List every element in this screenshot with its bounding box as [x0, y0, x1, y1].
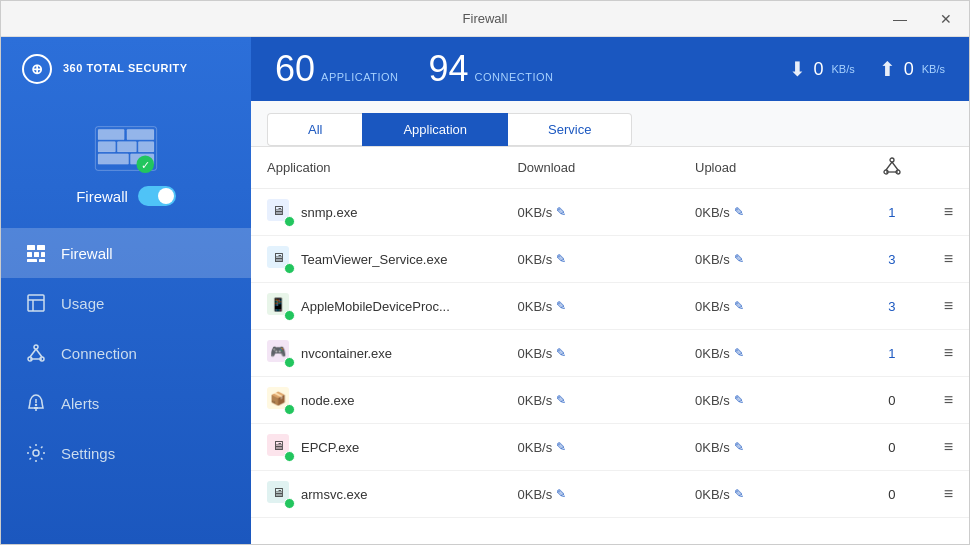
row-menu-icon-6[interactable]: ≡ — [944, 485, 953, 502]
upload-edit-icon-4[interactable]: ✎ — [734, 393, 744, 407]
table-row: 📱 AppleMobileDeviceProc... 0KB/s ✎ 0KB/s… — [251, 283, 969, 330]
svg-line-37 — [892, 162, 898, 170]
table-row: 📦 node.exe 0KB/s ✎ 0KB/s ✎ 0 ≡ — [251, 377, 969, 424]
col-header-upload: Upload — [679, 147, 856, 189]
firewall-toggle-row: Firewall — [76, 186, 176, 206]
firewall-shield-icon: ✓ — [91, 121, 161, 176]
menu-cell-0: ≡ — [928, 189, 969, 236]
tab-application[interactable]: Application — [362, 113, 508, 146]
sidebar-item-connection[interactable]: Connection — [1, 328, 251, 378]
svg-rect-4 — [127, 129, 154, 140]
connections-cell-6: 0 — [856, 471, 927, 518]
upload-cell-3: 0KB/s ✎ — [679, 330, 856, 377]
svg-rect-12 — [27, 245, 35, 250]
logo-text: 360 TOTAL SECURITY — [63, 62, 188, 75]
sidebar-item-firewall[interactable]: Firewall — [1, 228, 251, 278]
alerts-nav-icon — [25, 392, 47, 414]
tabs-row: All Application Service — [251, 101, 969, 147]
download-speed-value: 0 — [814, 59, 824, 80]
download-cell-1: 0KB/s ✎ — [501, 236, 679, 283]
title-bar-title: Firewall — [463, 11, 508, 26]
sidebar-item-alerts[interactable]: Alerts — [1, 378, 251, 428]
svg-line-25 — [30, 349, 36, 357]
svg-point-31 — [36, 405, 37, 406]
svg-point-32 — [33, 450, 39, 456]
close-button[interactable]: ✕ — [923, 1, 969, 37]
app-cell-1: 🖥 TeamViewer_Service.exe — [251, 236, 501, 283]
connections-cell-1: 3 — [856, 236, 927, 283]
download-cell-4: 0KB/s ✎ — [501, 377, 679, 424]
usage-nav-icon — [25, 292, 47, 314]
speed-stats: ⬇ 0 KB/s ⬆ 0 KB/s — [789, 57, 946, 81]
upload-speed-unit: KB/s — [922, 63, 945, 75]
tab-all[interactable]: All — [267, 113, 362, 146]
connection-nav-icon — [25, 342, 47, 364]
svg-rect-16 — [41, 252, 45, 257]
app-cell-3: 🎮 nvcontainer.exe — [251, 330, 501, 377]
menu-cell-1: ≡ — [928, 236, 969, 283]
app-cell-6: 🖥 armsvc.exe — [251, 471, 501, 518]
sidebar-item-usage[interactable]: Usage — [1, 278, 251, 328]
download-edit-icon-4[interactable]: ✎ — [556, 393, 566, 407]
sidebar: ⊕ 360 TOTAL SECURITY — [1, 37, 251, 544]
table-row: 🖥 EPCP.exe 0KB/s ✎ 0KB/s ✎ 0 ≡ — [251, 424, 969, 471]
table-row: 🖥 armsvc.exe 0KB/s ✎ 0KB/s ✎ 0 ≡ — [251, 471, 969, 518]
upload-edit-icon-1[interactable]: ✎ — [734, 252, 744, 266]
table-row: 🖥 snmp.exe 0KB/s ✎ 0KB/s ✎ 1 ≡ — [251, 189, 969, 236]
firewall-sidebar-label: Firewall — [76, 188, 128, 205]
row-menu-icon-5[interactable]: ≡ — [944, 438, 953, 455]
sidebar-label-connection: Connection — [61, 345, 137, 362]
table-container: Application Download Upload — [251, 147, 969, 544]
download-edit-icon-6[interactable]: ✎ — [556, 487, 566, 501]
row-menu-icon-0[interactable]: ≡ — [944, 203, 953, 220]
download-edit-icon-5[interactable]: ✎ — [556, 440, 566, 454]
minimize-button[interactable]: — — [877, 1, 923, 37]
download-edit-icon-0[interactable]: ✎ — [556, 205, 566, 219]
tab-service[interactable]: Service — [508, 113, 632, 146]
svg-rect-7 — [138, 142, 154, 153]
menu-cell-5: ≡ — [928, 424, 969, 471]
row-menu-icon-1[interactable]: ≡ — [944, 250, 953, 267]
download-cell-0: 0KB/s ✎ — [501, 189, 679, 236]
svg-rect-14 — [27, 252, 32, 257]
menu-cell-3: ≡ — [928, 330, 969, 377]
upload-cell-5: 0KB/s ✎ — [679, 424, 856, 471]
col-header-connections — [856, 147, 927, 189]
row-menu-icon-3[interactable]: ≡ — [944, 344, 953, 361]
svg-rect-6 — [117, 142, 136, 153]
upload-edit-icon-5[interactable]: ✎ — [734, 440, 744, 454]
upload-edit-icon-2[interactable]: ✎ — [734, 299, 744, 313]
title-bar: Firewall — ✕ — [1, 1, 969, 37]
upload-edit-icon-0[interactable]: ✎ — [734, 205, 744, 219]
upload-cell-2: 0KB/s ✎ — [679, 283, 856, 330]
download-cell-2: 0KB/s ✎ — [501, 283, 679, 330]
app-cell-4: 📦 node.exe — [251, 377, 501, 424]
main-layout: ⊕ 360 TOTAL SECURITY — [1, 37, 969, 544]
sidebar-item-settings[interactable]: Settings — [1, 428, 251, 478]
sidebar-label-firewall: Firewall — [61, 245, 113, 262]
row-menu-icon-2[interactable]: ≡ — [944, 297, 953, 314]
download-edit-icon-1[interactable]: ✎ — [556, 252, 566, 266]
title-bar-controls: — ✕ — [877, 1, 969, 36]
sidebar-label-alerts: Alerts — [61, 395, 99, 412]
download-edit-icon-2[interactable]: ✎ — [556, 299, 566, 313]
firewall-toggle[interactable] — [138, 186, 176, 206]
upload-cell-1: 0KB/s ✎ — [679, 236, 856, 283]
svg-rect-17 — [27, 259, 37, 262]
row-menu-icon-4[interactable]: ≡ — [944, 391, 953, 408]
download-speed-icon: ⬇ — [789, 57, 806, 81]
svg-rect-3 — [98, 129, 124, 140]
download-edit-icon-3[interactable]: ✎ — [556, 346, 566, 360]
upload-cell-4: 0KB/s ✎ — [679, 377, 856, 424]
col-header-download: Download — [501, 147, 679, 189]
table-row: 🖥 TeamViewer_Service.exe 0KB/s ✎ 0KB/s ✎… — [251, 236, 969, 283]
app-cell-0: 🖥 snmp.exe — [251, 189, 501, 236]
upload-edit-icon-6[interactable]: ✎ — [734, 487, 744, 501]
svg-text:✓: ✓ — [141, 159, 150, 171]
svg-rect-5 — [98, 142, 116, 153]
upload-edit-icon-3[interactable]: ✎ — [734, 346, 744, 360]
stats-header: 60 APPLICATION 94 CONNECTION ⬇ 0 KB/s ⬆ … — [251, 37, 969, 101]
firewall-section: ✓ Firewall — [1, 101, 251, 224]
connections-cell-2: 3 — [856, 283, 927, 330]
logo-icon: ⊕ — [21, 53, 53, 85]
